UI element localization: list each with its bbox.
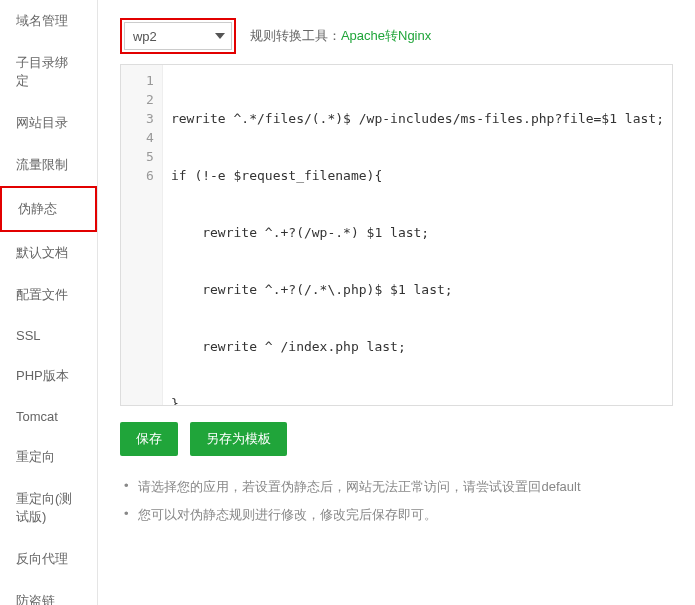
sidebar-item-tomcat[interactable]: Tomcat bbox=[0, 397, 97, 436]
note-item: • 请选择您的应用，若设置伪静态后，网站无法正常访问，请尝试设置回default bbox=[124, 478, 673, 496]
tool-label: 规则转换工具： bbox=[250, 27, 341, 45]
template-select[interactable]: wp2 bbox=[124, 22, 232, 50]
code-content[interactable]: rewrite ^.*/files/(.*)$ /wp-includes/ms-… bbox=[163, 65, 672, 405]
sidebar-item-subdir[interactable]: 子目录绑定 bbox=[0, 42, 97, 102]
chevron-down-icon bbox=[215, 33, 225, 39]
code-line: rewrite ^.+?(/.*\.php)$ $1 last; bbox=[171, 280, 664, 299]
template-select-highlight: wp2 bbox=[120, 18, 236, 54]
sidebar-item-ssl[interactable]: SSL bbox=[0, 316, 97, 355]
apache-to-nginx-link[interactable]: Apache转Nginx bbox=[341, 27, 431, 45]
note-text: 您可以对伪静态规则进行修改，修改完后保存即可。 bbox=[138, 506, 437, 524]
save-button[interactable]: 保存 bbox=[120, 422, 178, 456]
sidebar-item-traffic[interactable]: 流量限制 bbox=[0, 144, 97, 186]
note-text: 请选择您的应用，若设置伪静态后，网站无法正常访问，请尝试设置回default bbox=[138, 478, 580, 496]
code-line: } bbox=[171, 394, 664, 405]
sidebar-item-default-doc[interactable]: 默认文档 bbox=[0, 232, 97, 274]
sidebar-item-redirect[interactable]: 重定向 bbox=[0, 436, 97, 478]
bullet-icon: • bbox=[124, 478, 129, 496]
code-line: if (!-e $request_filename){ bbox=[171, 166, 664, 185]
toolbar: wp2 规则转换工具： Apache转Nginx bbox=[120, 18, 673, 54]
save-as-template-button[interactable]: 另存为模板 bbox=[190, 422, 287, 456]
button-row: 保存 另存为模板 bbox=[120, 422, 673, 456]
main-panel: wp2 规则转换工具： Apache转Nginx 123456 rewrite … bbox=[98, 0, 695, 605]
sidebar-item-redirect-beta[interactable]: 重定向(测试版) bbox=[0, 478, 97, 538]
sidebar-item-hotlink[interactable]: 防盗链 bbox=[0, 580, 97, 605]
code-line: rewrite ^ /index.php last; bbox=[171, 337, 664, 356]
code-editor[interactable]: 123456 rewrite ^.*/files/(.*)$ /wp-inclu… bbox=[120, 64, 673, 406]
template-select-value: wp2 bbox=[133, 29, 157, 44]
sidebar: 域名管理 子目录绑定 网站目录 流量限制 伪静态 默认文档 配置文件 SSL P… bbox=[0, 0, 98, 605]
sidebar-item-domain[interactable]: 域名管理 bbox=[0, 0, 97, 42]
bullet-icon: • bbox=[124, 506, 129, 524]
sidebar-item-sitedir[interactable]: 网站目录 bbox=[0, 102, 97, 144]
sidebar-item-config[interactable]: 配置文件 bbox=[0, 274, 97, 316]
notes: • 请选择您的应用，若设置伪静态后，网站无法正常访问，请尝试设置回default… bbox=[120, 478, 673, 524]
sidebar-item-php[interactable]: PHP版本 bbox=[0, 355, 97, 397]
sidebar-item-rewrite[interactable]: 伪静态 bbox=[0, 186, 97, 232]
note-item: • 您可以对伪静态规则进行修改，修改完后保存即可。 bbox=[124, 506, 673, 524]
sidebar-item-proxy[interactable]: 反向代理 bbox=[0, 538, 97, 580]
code-line: rewrite ^.+?(/wp-.*) $1 last; bbox=[171, 223, 664, 242]
line-gutter: 123456 bbox=[121, 65, 163, 405]
code-line: rewrite ^.*/files/(.*)$ /wp-includes/ms-… bbox=[171, 109, 664, 128]
